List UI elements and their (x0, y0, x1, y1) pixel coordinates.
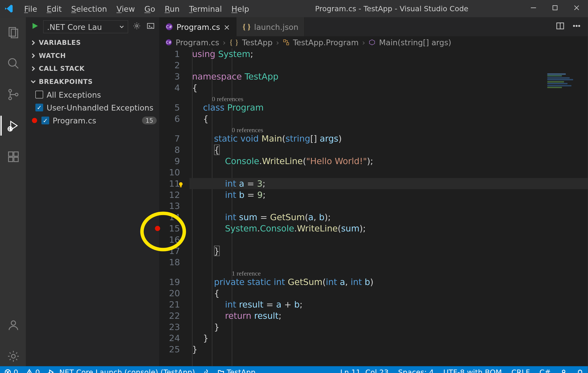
code-line[interactable] (189, 256, 588, 268)
code-line[interactable] (189, 234, 588, 245)
menu-view[interactable]: View (112, 2, 139, 15)
status-eol[interactable]: CRLF (511, 368, 530, 373)
code-line[interactable]: namespace TestApp (189, 71, 588, 82)
status-warnings[interactable]: 0 (26, 368, 40, 373)
start-debug-button[interactable] (31, 22, 39, 32)
accounts-icon[interactable] (0, 315, 26, 335)
status-indent[interactable]: Spaces: 4 (398, 368, 434, 373)
line-number[interactable]: 9 (159, 155, 180, 167)
line-number[interactable]: 22 (159, 310, 180, 321)
line-number[interactable]: 21 (159, 299, 180, 310)
debug-settings-gear-icon[interactable] (133, 21, 141, 32)
line-number[interactable]: 8 (159, 144, 180, 156)
code-line[interactable]: return result; (189, 310, 588, 321)
section-watch[interactable]: WATCH (26, 49, 159, 62)
line-number[interactable]: 11 (159, 178, 180, 189)
code-line[interactable]: { (189, 144, 588, 156)
menu-selection[interactable]: Selection (67, 2, 111, 15)
status-encoding[interactable]: UTF-8 with BOM (443, 368, 502, 373)
line-number[interactable]: 24 (159, 332, 180, 344)
status-cursor-pos[interactable]: Ln 11, Col 23 (340, 368, 389, 373)
checkbox[interactable] (35, 91, 43, 99)
status-language[interactable]: C# (540, 368, 551, 373)
debug-config-select[interactable]: .NET Core Lau (43, 20, 128, 33)
code-line[interactable]: int result = a + b; (189, 299, 588, 310)
lightbulb-icon[interactable] (177, 180, 184, 191)
source-control-icon[interactable] (0, 85, 26, 104)
split-editor-icon[interactable] (556, 21, 565, 32)
status-bell-icon[interactable] (577, 368, 583, 373)
line-number[interactable]: 4 (159, 82, 180, 93)
code-line[interactable]: int b = 9; (189, 189, 588, 200)
breadcrumb[interactable]: C# Program.cs› { } TestApp› TestApp.Prog… (159, 36, 588, 49)
line-number[interactable]: 17 (159, 245, 180, 256)
line-number[interactable]: 16 (159, 234, 180, 245)
explorer-icon[interactable] (0, 22, 26, 42)
breakpoint-dot-icon[interactable] (155, 226, 160, 231)
line-number[interactable]: 18 (159, 256, 180, 268)
line-number[interactable]: 15 (159, 223, 180, 234)
tab-launch-json[interactable]: { } launch.json (237, 17, 305, 36)
search-icon[interactable] (0, 53, 26, 73)
code-line[interactable] (189, 60, 588, 71)
debug-console-icon[interactable] (146, 21, 155, 32)
menu-help[interactable]: Help (227, 2, 253, 15)
settings-gear-icon[interactable] (0, 346, 26, 366)
code-editor[interactable]: 1234567891011121314151617181920212223242… (159, 48, 588, 366)
line-number[interactable]: 14 (159, 212, 180, 223)
minimize-button[interactable] (530, 4, 537, 13)
line-number[interactable]: 7 (159, 133, 180, 144)
minimap[interactable] (547, 73, 585, 95)
checkbox[interactable] (41, 117, 49, 124)
status-folder[interactable]: TestApp (218, 368, 256, 373)
line-number[interactable]: 23 (159, 321, 180, 332)
section-variables[interactable]: VARIABLES (26, 36, 159, 49)
code-line[interactable]: { (189, 82, 588, 93)
line-number[interactable]: 3 (159, 71, 180, 82)
menu-terminal[interactable]: Terminal (185, 2, 226, 15)
breakpoint-all-exceptions[interactable]: All Exceptions (26, 88, 159, 101)
section-callstack[interactable]: CALL STACK (26, 62, 159, 75)
line-number[interactable]: 20 (159, 288, 180, 299)
menu-file[interactable]: File (20, 2, 41, 15)
codelens[interactable]: 0 references (189, 124, 588, 133)
code-line[interactable] (189, 167, 588, 178)
menu-run[interactable]: Run (160, 2, 184, 15)
code-line[interactable]: using System; (189, 48, 588, 60)
tab-program-cs[interactable]: C# Program.cs × (159, 17, 236, 36)
code-line[interactable]: } (189, 332, 588, 344)
line-number[interactable]: 1 (159, 48, 180, 60)
line-number[interactable]: 10 (159, 167, 180, 178)
menu-edit[interactable]: Edit (42, 2, 66, 15)
section-breakpoints[interactable]: BREAKPOINTS (26, 75, 159, 88)
line-number[interactable]: 13 (159, 200, 180, 212)
breakpoint-file-entry[interactable]: Program.cs 15 (26, 114, 159, 127)
code-line[interactable]: int a = 3; (189, 178, 588, 189)
code-line[interactable]: { (189, 113, 588, 124)
line-number[interactable]: 6 (159, 113, 180, 124)
line-number[interactable]: 19 (159, 277, 180, 288)
maximize-button[interactable] (551, 4, 558, 13)
line-number[interactable]: 25 (159, 344, 180, 355)
codelens[interactable]: 0 references (189, 93, 588, 102)
code-line[interactable]: } (189, 245, 588, 256)
code-body[interactable]: using System; namespace TestApp{0 refere… (189, 48, 588, 366)
code-line[interactable]: System.Console.WriteLine(sum); (189, 223, 588, 234)
code-line[interactable]: } (189, 321, 588, 332)
code-line[interactable]: private static int GetSum(int a, int b) (189, 277, 588, 288)
code-line[interactable]: int sum = GetSum(a, b); (189, 212, 588, 223)
menu-go[interactable]: Go (140, 2, 159, 15)
code-line[interactable]: class Program (189, 102, 588, 113)
code-line[interactable]: } (189, 344, 588, 355)
status-debug-target[interactable]: .NET Core Launch (console) (TestApp) (48, 368, 195, 373)
breakpoint-user-unhandled[interactable]: User-Unhandled Exceptions (26, 101, 159, 114)
status-errors[interactable]: 0 (4, 368, 18, 373)
tab-close-icon[interactable]: × (223, 22, 230, 31)
more-actions-icon[interactable] (572, 21, 581, 32)
codelens[interactable]: 1 reference (189, 268, 588, 277)
run-debug-icon[interactable] (0, 116, 26, 136)
line-number-gutter[interactable]: 1234567891011121314151617181920212223242… (159, 48, 189, 366)
line-number[interactable]: 12 (159, 189, 180, 200)
code-line[interactable]: static void Main(string[] args) (189, 133, 588, 144)
close-button[interactable] (573, 4, 580, 13)
